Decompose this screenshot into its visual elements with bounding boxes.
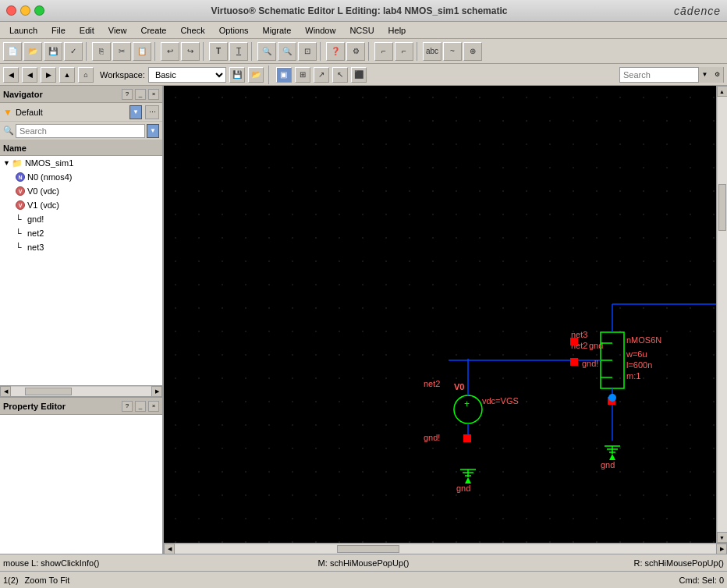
canvas-with-vscroll: net2 V0 + vdc=VGS gnd! bbox=[164, 86, 727, 543]
nav-up-button[interactable]: ▲ bbox=[59, 67, 75, 83]
zoom-out-button[interactable]: 🔍 bbox=[278, 42, 296, 61]
sel-button[interactable]: ▣ bbox=[276, 67, 292, 83]
search-input[interactable] bbox=[620, 68, 698, 82]
pe-min-icon[interactable]: _ bbox=[135, 401, 146, 412]
pe-help-icon[interactable]: ? bbox=[122, 401, 133, 412]
maximize-button[interactable] bbox=[34, 5, 44, 16]
zoom-in-button[interactable]: 🔍 bbox=[257, 42, 276, 61]
menu-check[interactable]: Check bbox=[174, 24, 211, 37]
v0-icon: V bbox=[16, 186, 25, 196]
bottombar: 1(2) Zoom To Fit Cmd: Sel: 0 bbox=[0, 571, 727, 588]
tree-item-v1[interactable]: V V1 (vdc) bbox=[0, 198, 162, 212]
menu-create[interactable]: Create bbox=[134, 24, 172, 37]
nav-min-icon[interactable]: _ bbox=[135, 89, 146, 100]
toolbar1: 📄 📂 💾 ✓ ⎘ ✂ 📋 ↩ ↪ T T 🔍 🔍 ⊡ ❓ ⚙ ⌐ ⌐ abc … bbox=[0, 39, 727, 64]
search-arrow[interactable]: ▼ bbox=[147, 124, 159, 138]
menu-file[interactable]: File bbox=[45, 24, 72, 37]
new-button[interactable]: 📄 bbox=[3, 42, 22, 61]
filter-more[interactable]: ⋯ bbox=[145, 105, 159, 119]
route2-button[interactable]: ⌐ bbox=[395, 42, 413, 61]
hscroll-thumb[interactable] bbox=[25, 388, 72, 395]
menu-options[interactable]: Options bbox=[213, 24, 255, 37]
hscroll-right[interactable]: ▶ bbox=[151, 386, 162, 397]
workspace-select[interactable]: Basic bbox=[148, 67, 226, 83]
nav-back2-button[interactable]: ◀ bbox=[22, 67, 37, 83]
copy-button[interactable]: ⎘ bbox=[92, 42, 111, 61]
vscroll-thumb[interactable] bbox=[718, 184, 726, 231]
minimize-button[interactable] bbox=[20, 5, 30, 16]
net2-label: net2 bbox=[27, 228, 44, 238]
nav-close-icon[interactable]: × bbox=[148, 89, 159, 100]
hscroll-left[interactable]: ◀ bbox=[0, 386, 11, 397]
vscroll-up[interactable]: ▲ bbox=[717, 86, 728, 97]
sel5-button[interactable]: ⬛ bbox=[351, 67, 367, 83]
navigator-search-input[interactable] bbox=[16, 124, 145, 138]
property-editor-content bbox=[0, 415, 162, 554]
navigator-hscrollbar[interactable]: ◀ ▶ bbox=[0, 385, 162, 396]
menu-view[interactable]: View bbox=[102, 24, 133, 37]
tree-name-col: Name bbox=[3, 143, 27, 153]
schematic-canvas[interactable]: net2 V0 + vdc=VGS gnd! bbox=[164, 86, 727, 543]
menu-ncsu[interactable]: NCSU bbox=[343, 24, 380, 37]
tree-item-net2[interactable]: └ net2 bbox=[0, 226, 162, 240]
search-options[interactable]: ⚙ bbox=[711, 67, 723, 83]
tree-item-gnd[interactable]: └ gnd! bbox=[0, 212, 162, 226]
text-button[interactable]: T bbox=[209, 42, 228, 61]
tree-item-v0[interactable]: V V0 (vdc) bbox=[0, 184, 162, 198]
wire-button[interactable]: ~ bbox=[443, 42, 462, 61]
tree-root[interactable]: ▼ 📁 NMOS_sim1 bbox=[0, 156, 162, 170]
paste-button[interactable]: 📋 bbox=[133, 42, 151, 61]
menu-window[interactable]: Window bbox=[299, 24, 342, 37]
property-editor-icons: ? _ × bbox=[122, 401, 159, 412]
vscrollbar[interactable]: ▲ ▼ bbox=[716, 86, 727, 543]
open-button[interactable]: 📂 bbox=[23, 42, 42, 61]
route1-button[interactable]: ⌐ bbox=[374, 42, 393, 61]
hscrollbar[interactable]: ◀ ▶ bbox=[164, 543, 727, 554]
text2-button[interactable]: T bbox=[229, 42, 248, 61]
vscroll-track[interactable] bbox=[718, 97, 727, 532]
sel3-button[interactable]: ↗ bbox=[314, 67, 329, 83]
filter-dropdown[interactable]: ▼ bbox=[129, 105, 142, 119]
save-button[interactable]: 💾 bbox=[44, 42, 62, 61]
vscroll-down[interactable]: ▼ bbox=[717, 532, 728, 543]
sel4-button[interactable]: ↖ bbox=[332, 67, 348, 83]
sep5 bbox=[320, 42, 323, 61]
hscroll-left2[interactable]: ◀ bbox=[164, 544, 175, 554]
menu-edit[interactable]: Edit bbox=[73, 24, 101, 37]
cut-button[interactable]: ✂ bbox=[112, 42, 131, 61]
nav-home-button[interactable]: ⌂ bbox=[78, 67, 94, 83]
nav-help-icon[interactable]: ? bbox=[122, 89, 133, 100]
close-button[interactable] bbox=[6, 5, 16, 16]
hscroll-track2[interactable] bbox=[175, 544, 716, 554]
search-dropdown[interactable]: ▼ bbox=[698, 67, 711, 83]
info-button[interactable]: ❓ bbox=[326, 42, 345, 61]
hscroll-thumb2[interactable] bbox=[337, 545, 399, 553]
cadence-logo: cādence bbox=[674, 5, 721, 17]
menu-help[interactable]: Help bbox=[382, 24, 413, 37]
ws-save-button[interactable]: 💾 bbox=[229, 67, 245, 83]
hscroll-right2[interactable]: ▶ bbox=[716, 544, 727, 554]
filter-icon: ▼ bbox=[3, 107, 12, 118]
tree-item-n0[interactable]: N N0 (nmos4) bbox=[0, 170, 162, 184]
undo-button[interactable]: ↩ bbox=[161, 42, 179, 61]
ws-load-button[interactable]: 📂 bbox=[248, 67, 264, 83]
menubar: Launch File Edit View Create Check Optio… bbox=[0, 22, 727, 39]
extra-button[interactable]: ⊕ bbox=[463, 42, 482, 61]
tree-item-net3[interactable]: └ net3 bbox=[0, 240, 162, 254]
schematic-area: net2 V0 + vdc=VGS gnd! bbox=[164, 86, 727, 554]
zoom-fit-button[interactable]: ⊡ bbox=[298, 42, 317, 61]
text3-button[interactable]: abc bbox=[423, 42, 442, 61]
svg-rect-30 bbox=[570, 338, 578, 345]
nav-fwd-button[interactable]: ▶ bbox=[41, 67, 56, 83]
hscroll-track[interactable] bbox=[11, 387, 151, 396]
nav-back-button[interactable]: ◀ bbox=[3, 67, 19, 83]
pe-close-icon[interactable]: × bbox=[148, 401, 159, 412]
tree-root-icon: 📁 bbox=[12, 158, 23, 168]
prop-button[interactable]: ⚙ bbox=[346, 42, 365, 61]
redo-button[interactable]: ↪ bbox=[181, 42, 200, 61]
check-button[interactable]: ✓ bbox=[64, 42, 83, 61]
sel2-button[interactable]: ⊞ bbox=[295, 67, 310, 83]
navigator-icons: ? _ × bbox=[122, 89, 159, 100]
menu-migrate[interactable]: Migrate bbox=[257, 24, 298, 37]
menu-launch[interactable]: Launch bbox=[3, 24, 44, 37]
